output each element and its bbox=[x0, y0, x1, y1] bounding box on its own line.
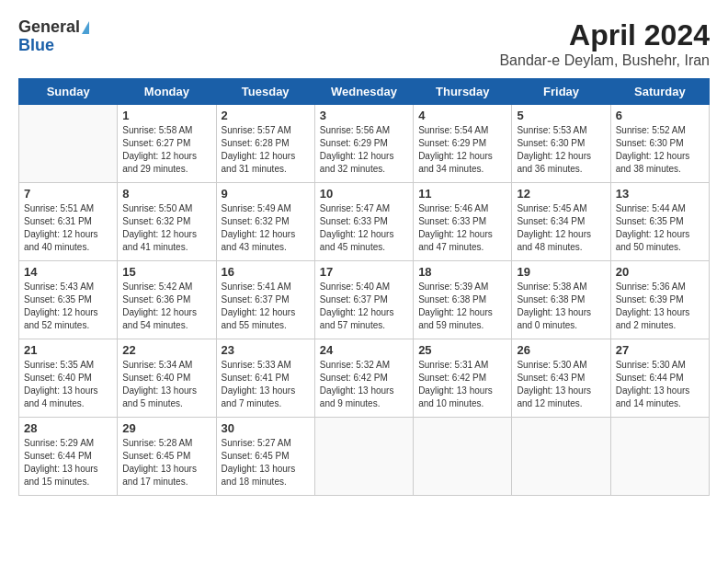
day-info: Sunrise: 5:54 AMSunset: 6:29 PMDaylight:… bbox=[418, 124, 506, 176]
week-row-4: 21Sunrise: 5:35 AMSunset: 6:40 PMDayligh… bbox=[19, 339, 710, 418]
logo-general: General bbox=[18, 17, 80, 36]
day-info: Sunrise: 5:53 AMSunset: 6:30 PMDaylight:… bbox=[517, 124, 605, 176]
day-info: Sunrise: 5:30 AMSunset: 6:43 PMDaylight:… bbox=[517, 359, 605, 410]
day-info: Sunrise: 5:41 AMSunset: 6:37 PMDaylight:… bbox=[222, 281, 310, 332]
calendar-cell: 14Sunrise: 5:43 AMSunset: 6:35 PMDayligh… bbox=[19, 261, 118, 339]
calendar-cell: 20Sunrise: 5:36 AMSunset: 6:39 PMDayligh… bbox=[610, 261, 709, 339]
week-row-3: 14Sunrise: 5:43 AMSunset: 6:35 PMDayligh… bbox=[19, 261, 710, 339]
day-number: 29 bbox=[122, 421, 210, 435]
calendar-cell: 18Sunrise: 5:39 AMSunset: 6:38 PMDayligh… bbox=[414, 261, 512, 339]
day-number: 9 bbox=[222, 187, 310, 201]
calendar-cell: 12Sunrise: 5:45 AMSunset: 6:34 PMDayligh… bbox=[512, 183, 610, 261]
day-number: 28 bbox=[24, 421, 112, 435]
day-number: 19 bbox=[517, 265, 605, 279]
day-info: Sunrise: 5:52 AMSunset: 6:30 PMDaylight:… bbox=[616, 124, 704, 176]
day-number: 26 bbox=[517, 343, 605, 357]
weekday-header-row: SundayMondayTuesdayWednesdayThursdayFrid… bbox=[19, 79, 710, 105]
calendar-cell: 9Sunrise: 5:49 AMSunset: 6:32 PMDaylight… bbox=[216, 183, 314, 261]
day-info: Sunrise: 5:35 AMSunset: 6:40 PMDaylight:… bbox=[24, 359, 112, 410]
day-number: 12 bbox=[517, 187, 605, 201]
day-info: Sunrise: 5:49 AMSunset: 6:32 PMDaylight:… bbox=[222, 202, 310, 254]
calendar-cell: 2Sunrise: 5:57 AMSunset: 6:28 PMDaylight… bbox=[216, 105, 314, 183]
day-number: 3 bbox=[320, 109, 408, 122]
weekday-header-friday: Friday bbox=[512, 79, 610, 105]
calendar-cell bbox=[19, 105, 118, 183]
page-title: April 2024 bbox=[499, 18, 710, 52]
day-number: 7 bbox=[24, 187, 112, 201]
day-info: Sunrise: 5:47 AMSunset: 6:33 PMDaylight:… bbox=[320, 202, 408, 254]
day-number: 11 bbox=[418, 187, 506, 201]
day-number: 15 bbox=[122, 265, 210, 279]
day-number: 5 bbox=[517, 109, 605, 122]
calendar-cell bbox=[314, 418, 413, 496]
calendar-table: SundayMondayTuesdayWednesdayThursdayFrid… bbox=[18, 78, 710, 496]
week-row-5: 28Sunrise: 5:29 AMSunset: 6:44 PMDayligh… bbox=[19, 418, 710, 496]
calendar-cell: 22Sunrise: 5:34 AMSunset: 6:40 PMDayligh… bbox=[118, 339, 216, 418]
day-number: 30 bbox=[222, 421, 310, 435]
calendar-cell bbox=[610, 418, 709, 496]
day-info: Sunrise: 5:45 AMSunset: 6:34 PMDaylight:… bbox=[517, 202, 605, 254]
day-info: Sunrise: 5:40 AMSunset: 6:37 PMDaylight:… bbox=[320, 281, 408, 332]
day-number: 22 bbox=[122, 343, 210, 357]
calendar-cell: 8Sunrise: 5:50 AMSunset: 6:32 PMDaylight… bbox=[118, 183, 216, 261]
weekday-header-saturday: Saturday bbox=[610, 79, 709, 105]
day-info: Sunrise: 5:46 AMSunset: 6:33 PMDaylight:… bbox=[418, 202, 506, 254]
page-header: General Blue April 2024 Bandar-e Deylam,… bbox=[18, 18, 710, 69]
calendar-cell: 24Sunrise: 5:32 AMSunset: 6:42 PMDayligh… bbox=[314, 339, 413, 418]
calendar-cell: 15Sunrise: 5:42 AMSunset: 6:36 PMDayligh… bbox=[118, 261, 216, 339]
calendar-cell: 16Sunrise: 5:41 AMSunset: 6:37 PMDayligh… bbox=[216, 261, 314, 339]
day-number: 8 bbox=[122, 187, 210, 201]
day-number: 14 bbox=[24, 265, 112, 279]
day-number: 6 bbox=[616, 109, 704, 122]
day-info: Sunrise: 5:30 AMSunset: 6:44 PMDaylight:… bbox=[616, 359, 704, 410]
day-number: 4 bbox=[418, 109, 506, 122]
day-info: Sunrise: 5:43 AMSunset: 6:35 PMDaylight:… bbox=[24, 281, 112, 332]
calendar-cell: 1Sunrise: 5:58 AMSunset: 6:27 PMDaylight… bbox=[118, 105, 216, 183]
weekday-header-monday: Monday bbox=[118, 79, 216, 105]
day-info: Sunrise: 5:58 AMSunset: 6:27 PMDaylight:… bbox=[122, 124, 210, 176]
day-info: Sunrise: 5:51 AMSunset: 6:31 PMDaylight:… bbox=[24, 202, 112, 254]
day-number: 18 bbox=[418, 265, 506, 279]
day-number: 24 bbox=[320, 343, 408, 357]
calendar-cell: 28Sunrise: 5:29 AMSunset: 6:44 PMDayligh… bbox=[19, 418, 118, 496]
weekday-header-wednesday: Wednesday bbox=[314, 79, 413, 105]
day-info: Sunrise: 5:33 AMSunset: 6:41 PMDaylight:… bbox=[222, 359, 310, 410]
day-info: Sunrise: 5:27 AMSunset: 6:45 PMDaylight:… bbox=[222, 437, 310, 488]
calendar-cell: 29Sunrise: 5:28 AMSunset: 6:45 PMDayligh… bbox=[118, 418, 216, 496]
calendar-cell bbox=[414, 418, 512, 496]
day-info: Sunrise: 5:57 AMSunset: 6:28 PMDaylight:… bbox=[222, 124, 310, 176]
calendar-cell: 5Sunrise: 5:53 AMSunset: 6:30 PMDaylight… bbox=[512, 105, 610, 183]
calendar-cell: 30Sunrise: 5:27 AMSunset: 6:45 PMDayligh… bbox=[216, 418, 314, 496]
week-row-2: 7Sunrise: 5:51 AMSunset: 6:31 PMDaylight… bbox=[19, 183, 710, 261]
day-number: 10 bbox=[320, 187, 408, 201]
calendar-cell: 27Sunrise: 5:30 AMSunset: 6:44 PMDayligh… bbox=[610, 339, 709, 418]
page-subtitle: Bandar-e Deylam, Bushehr, Iran bbox=[499, 52, 710, 69]
logo-blue: Blue bbox=[18, 37, 89, 55]
calendar-cell: 23Sunrise: 5:33 AMSunset: 6:41 PMDayligh… bbox=[216, 339, 314, 418]
day-info: Sunrise: 5:42 AMSunset: 6:36 PMDaylight:… bbox=[122, 281, 210, 332]
weekday-header-tuesday: Tuesday bbox=[216, 79, 314, 105]
calendar-cell: 11Sunrise: 5:46 AMSunset: 6:33 PMDayligh… bbox=[414, 183, 512, 261]
day-info: Sunrise: 5:44 AMSunset: 6:35 PMDaylight:… bbox=[616, 202, 704, 254]
calendar-cell: 3Sunrise: 5:56 AMSunset: 6:29 PMDaylight… bbox=[314, 105, 413, 183]
weekday-header-sunday: Sunday bbox=[19, 79, 118, 105]
logo-icon bbox=[82, 21, 89, 34]
calendar-cell: 19Sunrise: 5:38 AMSunset: 6:38 PMDayligh… bbox=[512, 261, 610, 339]
day-info: Sunrise: 5:39 AMSunset: 6:38 PMDaylight:… bbox=[418, 281, 506, 332]
day-info: Sunrise: 5:38 AMSunset: 6:38 PMDaylight:… bbox=[517, 281, 605, 332]
calendar-cell: 4Sunrise: 5:54 AMSunset: 6:29 PMDaylight… bbox=[414, 105, 512, 183]
day-info: Sunrise: 5:36 AMSunset: 6:39 PMDaylight:… bbox=[616, 281, 704, 332]
calendar-cell: 13Sunrise: 5:44 AMSunset: 6:35 PMDayligh… bbox=[610, 183, 709, 261]
day-number: 23 bbox=[222, 343, 310, 357]
calendar-cell: 26Sunrise: 5:30 AMSunset: 6:43 PMDayligh… bbox=[512, 339, 610, 418]
day-number: 2 bbox=[222, 109, 310, 122]
day-number: 17 bbox=[320, 265, 408, 279]
calendar-cell: 10Sunrise: 5:47 AMSunset: 6:33 PMDayligh… bbox=[314, 183, 413, 261]
day-number: 13 bbox=[616, 187, 704, 201]
day-number: 27 bbox=[616, 343, 704, 357]
week-row-1: 1Sunrise: 5:58 AMSunset: 6:27 PMDaylight… bbox=[19, 105, 710, 183]
day-number: 16 bbox=[222, 265, 310, 279]
calendar-cell: 21Sunrise: 5:35 AMSunset: 6:40 PMDayligh… bbox=[19, 339, 118, 418]
title-block: April 2024 Bandar-e Deylam, Bushehr, Ira… bbox=[499, 18, 710, 69]
day-info: Sunrise: 5:32 AMSunset: 6:42 PMDaylight:… bbox=[320, 359, 408, 410]
